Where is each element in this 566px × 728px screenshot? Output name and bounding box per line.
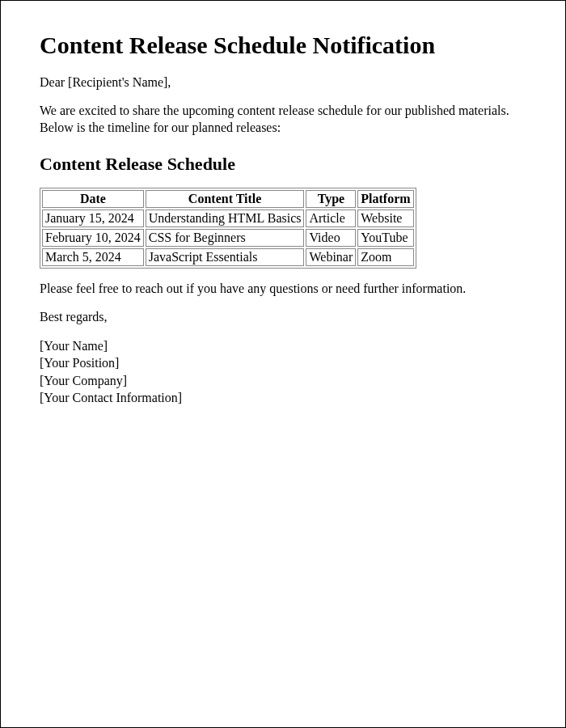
table-row: January 15, 2024 Understanding HTML Basi… xyxy=(42,210,414,227)
table-row: February 10, 2024 CSS for Beginners Vide… xyxy=(42,229,414,247)
signature-position: [Your Position] xyxy=(40,354,526,372)
cell-platform: Zoom xyxy=(357,248,413,266)
col-type: Type xyxy=(306,190,356,208)
signature-block: [Your Name] [Your Position] [Your Compan… xyxy=(40,337,526,407)
cell-platform: YouTube xyxy=(357,229,413,247)
col-platform: Platform xyxy=(357,190,413,208)
cell-title: Understanding HTML Basics xyxy=(146,210,305,227)
col-title: Content Title xyxy=(146,190,305,208)
cell-date: January 15, 2024 xyxy=(42,210,144,227)
table-header-row: Date Content Title Type Platform xyxy=(42,190,414,208)
intro-paragraph: We are excited to share the upcoming con… xyxy=(40,102,526,136)
signature-name: [Your Name] xyxy=(40,337,526,355)
closing-note: Please feel free to reach out if you hav… xyxy=(40,280,526,297)
cell-platform: Website xyxy=(357,210,413,227)
cell-title: JavaScript Essentials xyxy=(146,248,305,266)
schedule-table: Date Content Title Type Platform January… xyxy=(40,188,416,269)
cell-type: Article xyxy=(306,210,356,227)
valediction: Best regards, xyxy=(40,308,526,325)
schedule-heading: Content Release Schedule xyxy=(40,154,526,175)
table-row: March 5, 2024 JavaScript Essentials Webi… xyxy=(42,248,414,266)
cell-type: Video xyxy=(306,229,356,247)
col-date: Date xyxy=(42,190,144,208)
signature-company: [Your Company] xyxy=(40,372,526,390)
cell-date: March 5, 2024 xyxy=(42,248,144,266)
signature-contact: [Your Contact Information] xyxy=(40,389,526,407)
cell-title: CSS for Beginners xyxy=(146,229,305,247)
document-page: Content Release Schedule Notification De… xyxy=(0,0,566,728)
page-title: Content Release Schedule Notification xyxy=(40,32,526,59)
cell-date: February 10, 2024 xyxy=(42,229,144,247)
cell-type: Webinar xyxy=(306,248,356,266)
salutation: Dear [Recipient's Name], xyxy=(40,74,526,91)
